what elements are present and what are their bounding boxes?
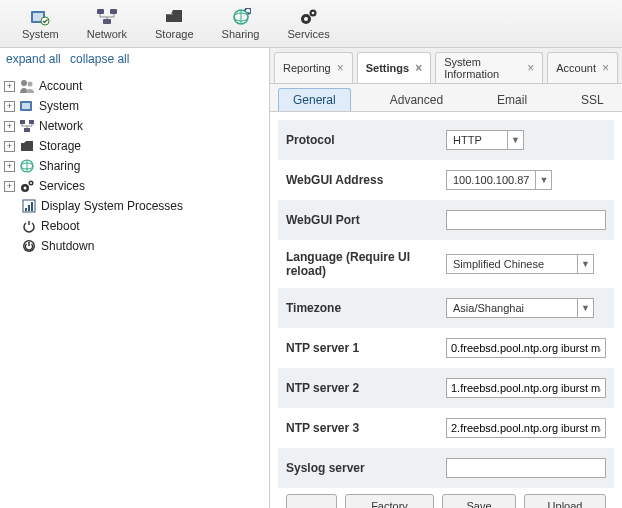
chevron-down-icon[interactable]: ▼ [535,171,551,189]
tree-item-services[interactable]: +Services [4,176,265,196]
svg-rect-26 [31,202,33,211]
toolbar-sharing[interactable]: Sharing [208,4,274,43]
tree-item-label: Display System Processes [41,199,183,213]
toolbar-system[interactable]: System [8,4,73,43]
svg-point-10 [311,11,314,14]
toolbar-network[interactable]: Network [73,4,141,43]
ntp1-input[interactable] [446,338,606,358]
svg-rect-3 [97,9,104,14]
expand-all-link[interactable]: expand all [6,52,61,66]
tree-item-label: Storage [39,139,81,153]
tab-label: Account [556,62,596,74]
syslog-input[interactable] [446,458,606,478]
protocol-select[interactable]: HTTP▼ [446,130,524,150]
expand-icon[interactable]: + [4,81,15,92]
svg-point-11 [21,80,27,86]
reboot-icon [21,218,37,234]
factory-restore-button[interactable]: Factory Restore [345,494,434,508]
network-icon [19,118,35,134]
expand-icon[interactable]: + [4,161,15,172]
webgui-address-select[interactable]: 100.100.100.87▼ [446,170,552,190]
tree-item-label: System [39,99,79,113]
subtab-email[interactable]: Email [482,88,542,111]
tabs: Reporting×Settings×System Information×Ac… [270,48,622,84]
settings-form: Protocol HTTP▼ WebGUI Address 100.100.10… [270,112,622,508]
toolbar-label: Storage [155,28,194,40]
subtab-ssl[interactable]: SSL [566,88,619,111]
close-icon[interactable]: × [527,61,534,75]
svg-rect-4 [110,9,117,14]
webgui-port-label: WebGUI Port [278,200,438,240]
tree-item-shutdown[interactable]: Shutdown [4,236,265,256]
storage-icon [19,138,35,154]
save-button[interactable]: Save [286,494,337,508]
ntp3-input[interactable] [446,418,606,438]
tab-label: System Information [444,56,521,80]
tree-item-system[interactable]: +System [4,96,265,116]
close-icon[interactable]: × [602,61,609,75]
expand-icon[interactable]: + [4,181,15,192]
language-select[interactable]: Simplified Chinese▼ [446,254,594,274]
webgui-address-label: WebGUI Address [278,160,438,200]
tab-system-information[interactable]: System Information× [435,52,543,83]
tab-settings[interactable]: Settings× [357,52,431,83]
tree-item-label: Services [39,179,85,193]
close-icon[interactable]: × [415,61,422,75]
subtab-general[interactable]: General [278,88,351,111]
chevron-down-icon[interactable]: ▼ [507,131,523,149]
ntp2-input[interactable] [446,378,606,398]
tab-label: Reporting [283,62,331,74]
ntp1-label: NTP server 1 [278,328,438,368]
toolbar-label: Services [287,28,329,40]
expand-links: expand all collapse all [0,48,269,70]
shutdown-icon [21,238,37,254]
expand-icon[interactable]: + [4,101,15,112]
toolbar-services[interactable]: Services [273,4,343,43]
svg-rect-15 [20,120,25,124]
svg-rect-24 [25,208,27,211]
tree-item-label: Network [39,119,83,133]
tree-item-label: Account [39,79,82,93]
svg-rect-17 [24,128,30,132]
collapse-all-link[interactable]: collapse all [70,52,129,66]
storage-icon [163,8,185,26]
save-config-button[interactable]: Save Config [442,494,516,508]
tree-item-network[interactable]: +Network [4,116,265,136]
tree-item-storage[interactable]: +Storage [4,136,265,156]
tree-item-account[interactable]: +Account [4,76,265,96]
services-icon [298,8,320,26]
form-buttons: Save Factory Restore Save Config Upload … [278,488,614,508]
chevron-down-icon[interactable]: ▼ [577,255,593,273]
expand-icon[interactable]: + [4,121,15,132]
sharing-icon [19,158,35,174]
svg-point-12 [28,82,33,87]
sharing-icon [230,8,252,26]
close-icon[interactable]: × [337,61,344,75]
tree-item-label: Sharing [39,159,80,173]
toolbar-label: Sharing [222,28,260,40]
tree-item-sharing[interactable]: +Sharing [4,156,265,176]
timezone-label: Timezone [278,288,438,328]
tab-account[interactable]: Account× [547,52,618,83]
timezone-select[interactable]: Asia/Shanghai▼ [446,298,594,318]
toolbar-storage[interactable]: Storage [141,4,208,43]
tree-item-reboot[interactable]: Reboot [4,216,265,236]
tab-reporting[interactable]: Reporting× [274,52,353,83]
toolbar-label: Network [87,28,127,40]
chevron-down-icon[interactable]: ▼ [577,299,593,317]
toolbar-label: System [22,28,59,40]
syslog-label: Syslog server [278,448,438,488]
webgui-port-input[interactable] [446,210,606,230]
svg-point-22 [30,182,32,184]
expand-icon[interactable]: + [4,141,15,152]
svg-rect-25 [28,205,30,211]
tab-label: Settings [366,62,409,74]
system-icon [19,98,35,114]
language-label: Language (Require UI reload) [278,240,438,288]
svg-rect-5 [103,19,111,24]
ntp2-label: NTP server 2 [278,368,438,408]
ntp3-label: NTP server 3 [278,408,438,448]
tree-item-display-system-processes[interactable]: Display System Processes [4,196,265,216]
upload-config-button[interactable]: Upload Config [524,494,606,508]
subtab-advanced[interactable]: Advanced [375,88,458,111]
